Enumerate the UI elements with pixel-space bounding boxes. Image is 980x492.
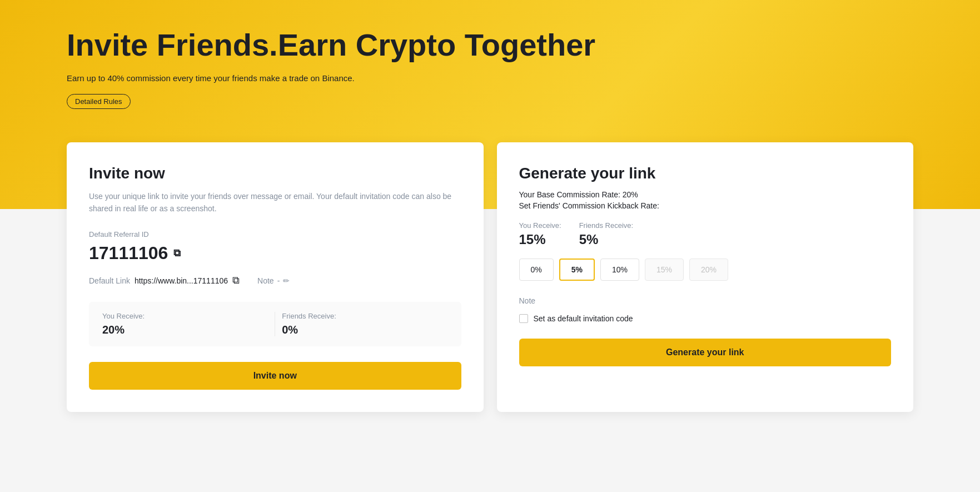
rate-buttons: 0% 5% 10% 15% 20%: [519, 259, 892, 281]
checkbox-row: Set as default invitation code: [519, 314, 892, 323]
rate-btn-5[interactable]: 5%: [559, 259, 595, 281]
rate-btn-10[interactable]: 10%: [600, 259, 639, 281]
gen-you-receive-item: You Receive: 15%: [519, 221, 561, 247]
invite-card-title: Invite now: [89, 165, 461, 182]
note-value: -: [277, 276, 280, 285]
note-label: Note: [257, 276, 274, 285]
base-commission-label: Your Base Commission Rate: 20%: [519, 190, 892, 199]
you-receive-item: You Receive: 20%: [102, 312, 268, 336]
invite-card: Invite now Use your unique link to invit…: [67, 142, 484, 413]
gen-note-label: Note: [519, 296, 892, 305]
generate-link-button[interactable]: Generate your link: [519, 339, 892, 366]
referral-id-row: 17111106 ⧉: [89, 243, 461, 264]
referral-id-copy-icon[interactable]: ⧉: [173, 247, 181, 259]
rate-btn-0[interactable]: 0%: [519, 259, 554, 281]
hero-subtitle: Earn up to 40% commission every time you…: [67, 73, 913, 83]
referral-id-label: Default Referral ID: [89, 230, 461, 238]
default-link-value: https://www.bin...17111106: [135, 276, 228, 285]
generate-card-title: Generate your link: [519, 165, 892, 182]
rate-btn-20: 20%: [689, 259, 728, 281]
note-section: Note - ✏: [257, 276, 290, 285]
divider: [275, 312, 275, 336]
rate-row: You Receive: 15% Friends Receive: 5%: [519, 221, 892, 247]
gen-you-receive-label: You Receive:: [519, 221, 561, 230]
cards-container: Invite now Use your unique link to invit…: [0, 142, 980, 413]
you-receive-value: 20%: [102, 324, 268, 336]
gen-friends-receive-value: 5%: [579, 232, 634, 247]
rate-btn-15: 15%: [645, 259, 684, 281]
friends-receive-label: Friends Receive:: [282, 312, 447, 320]
referral-id-value: 17111106: [89, 243, 168, 264]
receive-box: You Receive: 20% Friends Receive: 0%: [89, 302, 461, 346]
default-link-label: Default Link: [89, 276, 130, 285]
default-link-row: Default Link https://www.bin...17111106 …: [89, 275, 461, 286]
invite-now-button[interactable]: Invite now: [89, 362, 461, 390]
default-code-checkbox[interactable]: [519, 314, 528, 323]
link-copy-icon[interactable]: ⧉: [232, 275, 240, 286]
detailed-rules-button[interactable]: Detailed Rules: [67, 94, 131, 109]
set-friends-label: Set Friends' Commission Kickback Rate:: [519, 201, 892, 210]
default-code-label: Set as default invitation code: [534, 314, 633, 323]
friends-receive-value: 0%: [282, 324, 447, 336]
you-receive-label: You Receive:: [102, 312, 268, 320]
generate-card: Generate your link Your Base Commission …: [497, 142, 914, 413]
hero-title: Invite Friends.Earn Crypto Together: [67, 28, 913, 62]
friends-receive-item: Friends Receive: 0%: [282, 312, 447, 336]
gen-friends-receive-label: Friends Receive:: [579, 221, 634, 230]
note-edit-icon[interactable]: ✏: [283, 276, 290, 285]
invite-card-description: Use your unique link to invite your frie…: [89, 190, 461, 215]
gen-you-receive-value: 15%: [519, 232, 561, 247]
gen-friends-receive-item: Friends Receive: 5%: [579, 221, 634, 247]
